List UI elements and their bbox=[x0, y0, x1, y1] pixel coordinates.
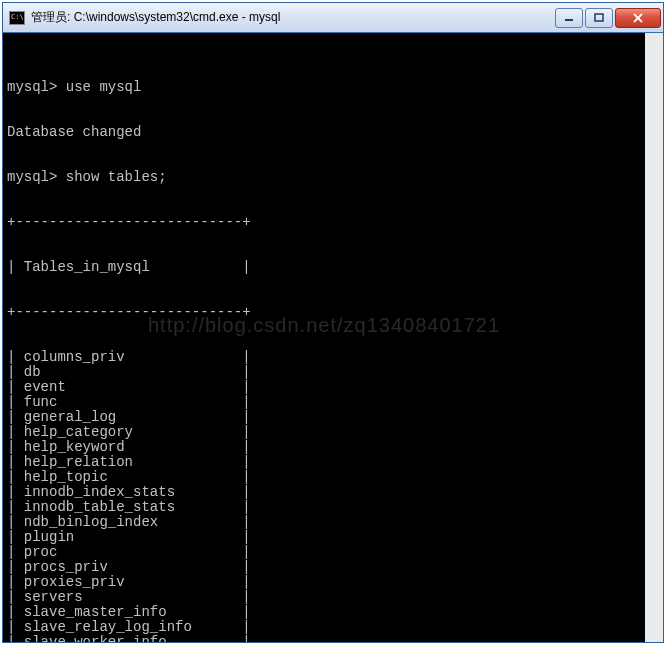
table-border: +---------------------------+ bbox=[7, 215, 641, 230]
titlebar[interactable]: 管理员: C:\windows\system32\cmd.exe - mysql bbox=[3, 3, 663, 33]
close-icon bbox=[632, 13, 644, 23]
close-button[interactable] bbox=[615, 8, 661, 28]
table-row: | help_category | bbox=[7, 425, 641, 440]
table-row: | db | bbox=[7, 365, 641, 380]
table-row: | func | bbox=[7, 395, 641, 410]
prompt-line: mysql> show tables; bbox=[7, 170, 641, 185]
table-row: | innodb_index_stats | bbox=[7, 485, 641, 500]
output-line: Database changed bbox=[7, 125, 641, 140]
window-frame: 管理员: C:\windows\system32\cmd.exe - mysql… bbox=[2, 2, 664, 643]
table-row: | slave_worker_info | bbox=[7, 635, 641, 642]
table-row: | innodb_table_stats | bbox=[7, 500, 641, 515]
table-row: | help_topic | bbox=[7, 470, 641, 485]
terminal-area[interactable]: http://blog.csdn.net/zq13408401721 mysql… bbox=[3, 33, 663, 642]
table-row: | plugin | bbox=[7, 530, 641, 545]
table-row: | slave_relay_log_info | bbox=[7, 620, 641, 635]
svg-rect-1 bbox=[595, 14, 603, 21]
table-row: | procs_priv | bbox=[7, 560, 641, 575]
maximize-icon bbox=[594, 13, 604, 23]
minimize-icon bbox=[564, 13, 574, 23]
table-border: +---------------------------+ bbox=[7, 305, 641, 320]
minimize-button[interactable] bbox=[555, 8, 583, 28]
table-row: | proxies_priv | bbox=[7, 575, 641, 590]
table-header: | Tables_in_mysql | bbox=[7, 260, 641, 275]
table-row: | general_log | bbox=[7, 410, 641, 425]
table-row: | slave_master_info | bbox=[7, 605, 641, 620]
cmd-icon bbox=[9, 11, 25, 25]
maximize-button[interactable] bbox=[585, 8, 613, 28]
table-row: | help_keyword | bbox=[7, 440, 641, 455]
table-row: | columns_priv | bbox=[7, 350, 641, 365]
window-buttons bbox=[555, 8, 661, 28]
table-row: | servers | bbox=[7, 590, 641, 605]
window-title: 管理员: C:\windows\system32\cmd.exe - mysql bbox=[31, 9, 555, 26]
table-row: | proc | bbox=[7, 545, 641, 560]
table-row: | ndb_binlog_index | bbox=[7, 515, 641, 530]
table-row: | help_relation | bbox=[7, 455, 641, 470]
prompt-line: mysql> use mysql bbox=[7, 80, 641, 95]
table-row: | event | bbox=[7, 380, 641, 395]
